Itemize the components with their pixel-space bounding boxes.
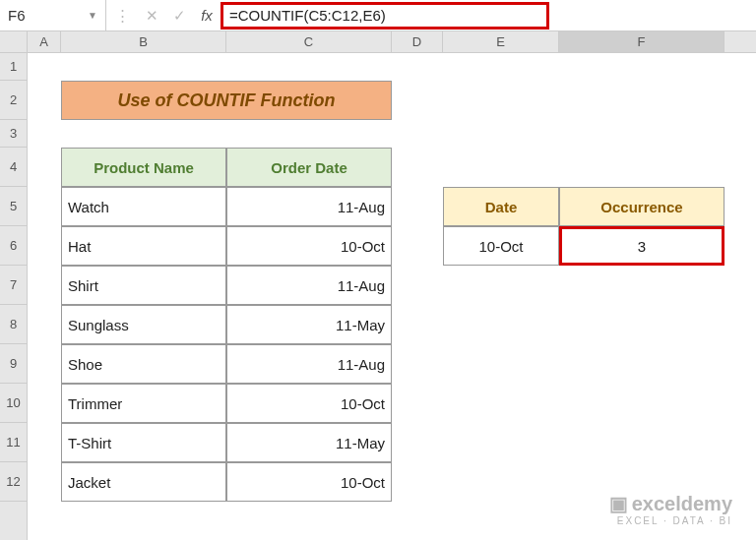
col-headers: A B C D E F	[28, 31, 756, 53]
row-header-11[interactable]: 11	[0, 423, 27, 462]
cell-c12[interactable]: 10-Oct	[226, 462, 392, 502]
fx-icon[interactable]: fx	[193, 7, 220, 24]
row-headers: 1 2 3 4 5 6 7 8 9 10 11 12	[0, 31, 28, 540]
header-product: Product Name	[61, 148, 226, 187]
col-header-a[interactable]: A	[28, 31, 61, 52]
row-header-9[interactable]: 9	[0, 344, 27, 384]
col-header-c[interactable]: C	[226, 31, 392, 52]
chevron-down-icon[interactable]: ▼	[88, 10, 97, 21]
logo-icon: ▣	[609, 493, 628, 514]
cell-b6[interactable]: Hat	[61, 226, 226, 266]
separator: ⋮	[106, 7, 138, 25]
formula-bar: F6 ▼ ⋮ ✕ ✓ fx =COUNTIF(C5:C12,E6)	[0, 0, 756, 31]
row-header-2[interactable]: 2	[0, 81, 27, 120]
sheet: A B C D E F Use of COUNTIF Function Prod…	[28, 31, 756, 540]
row-header-4[interactable]: 4	[0, 148, 27, 187]
name-box-value: F6	[8, 7, 26, 24]
name-box[interactable]: F6 ▼	[0, 0, 106, 30]
grid-area: 1 2 3 4 5 6 7 8 9 10 11 12 A B C D E F U…	[0, 31, 756, 540]
cell-c11[interactable]: 11-May	[226, 423, 392, 462]
col-header-f[interactable]: F	[559, 31, 724, 52]
formula-text: =COUNTIF(C5:C12,E6)	[229, 7, 386, 24]
header-date: Order Date	[226, 148, 392, 187]
cell-e6[interactable]: 10-Oct	[443, 226, 559, 266]
row-header-12[interactable]: 12	[0, 462, 27, 502]
cancel-icon[interactable]: ✕	[138, 7, 165, 25]
row-header-1[interactable]: 1	[0, 53, 27, 81]
cell-f6-active[interactable]: 3	[559, 226, 724, 266]
enter-icon[interactable]: ✓	[165, 7, 193, 25]
col-header-b[interactable]: B	[61, 31, 226, 52]
formula-input[interactable]: =COUNTIF(C5:C12,E6)	[220, 2, 549, 30]
row-header-8[interactable]: 8	[0, 305, 27, 344]
cell-b10[interactable]: Trimmer	[61, 384, 226, 423]
cell-b5[interactable]: Watch	[61, 187, 226, 226]
row-header-7[interactable]: 7	[0, 266, 27, 305]
cell-c8[interactable]: 11-May	[226, 305, 392, 344]
cell-c5[interactable]: 11-Aug	[226, 187, 392, 226]
col-header-e[interactable]: E	[443, 31, 559, 52]
row-header-3[interactable]: 3	[0, 120, 27, 148]
select-all-corner[interactable]	[0, 31, 27, 53]
cell-c9[interactable]: 11-Aug	[226, 344, 392, 384]
row-header-10[interactable]: 10	[0, 384, 27, 423]
cell-b9[interactable]: Shoe	[61, 344, 226, 384]
watermark: ▣exceldemy EXCEL · DATA · BI	[609, 492, 732, 526]
cell-b11[interactable]: T-Shirt	[61, 423, 226, 462]
row-header-5[interactable]: 5	[0, 187, 27, 226]
cell-c6[interactable]: 10-Oct	[226, 226, 392, 266]
col-header-d[interactable]: D	[392, 31, 443, 52]
cell-b8[interactable]: Sunglass	[61, 305, 226, 344]
header-side-date: Date	[443, 187, 559, 226]
cell-b7[interactable]: Shirt	[61, 266, 226, 305]
row-header-6[interactable]: 6	[0, 226, 27, 266]
brand-subtext: EXCEL · DATA · BI	[609, 515, 732, 526]
cell-c7[interactable]: 11-Aug	[226, 266, 392, 305]
brand-text: exceldemy	[632, 493, 732, 514]
cell-c10[interactable]: 10-Oct	[226, 384, 392, 423]
title-banner: Use of COUNTIF Function	[61, 81, 392, 120]
cell-b12[interactable]: Jacket	[61, 462, 226, 502]
header-side-occurrence: Occurrence	[559, 187, 724, 226]
